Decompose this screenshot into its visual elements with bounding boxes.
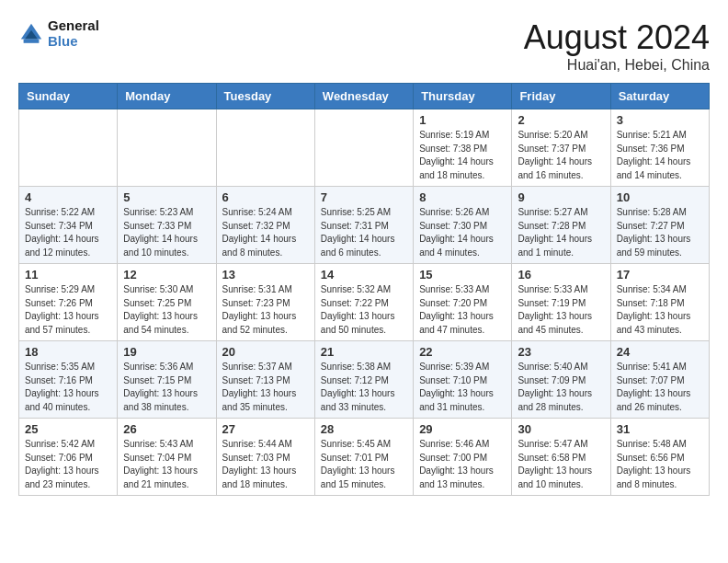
day-info: Sunrise: 5:19 AM Sunset: 7:38 PM Dayligh… (419, 129, 506, 182)
day-cell-4: 4Sunrise: 5:22 AM Sunset: 7:34 PM Daylig… (19, 187, 118, 264)
day-cell-6: 6Sunrise: 5:24 AM Sunset: 7:32 PM Daylig… (216, 187, 314, 264)
day-cell-1: 1Sunrise: 5:19 AM Sunset: 7:38 PM Daylig… (414, 109, 512, 187)
day-cell-25: 25Sunrise: 5:42 AM Sunset: 7:06 PM Dayli… (19, 419, 118, 496)
day-cell-8: 8Sunrise: 5:26 AM Sunset: 7:30 PM Daylig… (414, 187, 512, 264)
day-number: 10 (617, 190, 703, 204)
day-number: 7 (321, 190, 407, 204)
day-number: 6 (222, 190, 309, 204)
calendar-body: 1Sunrise: 5:19 AM Sunset: 7:38 PM Daylig… (19, 109, 710, 496)
day-cell-9: 9Sunrise: 5:27 AM Sunset: 7:28 PM Daylig… (512, 187, 610, 264)
day-cell-22: 22Sunrise: 5:39 AM Sunset: 7:10 PM Dayli… (414, 341, 512, 419)
day-info: Sunrise: 5:22 AM Sunset: 7:34 PM Dayligh… (25, 206, 111, 259)
day-info: Sunrise: 5:46 AM Sunset: 7:00 PM Dayligh… (419, 438, 506, 491)
day-number: 17 (617, 268, 703, 282)
day-info: Sunrise: 5:27 AM Sunset: 7:28 PM Dayligh… (518, 206, 604, 259)
day-number: 23 (518, 345, 604, 359)
day-number: 14 (321, 268, 407, 282)
day-cell-29: 29Sunrise: 5:46 AM Sunset: 7:00 PM Dayli… (414, 419, 512, 496)
day-number: 15 (419, 268, 506, 282)
day-number: 9 (518, 190, 604, 204)
calendar: SundayMondayTuesdayWednesdayThursdayFrid… (18, 83, 710, 496)
day-info: Sunrise: 5:40 AM Sunset: 7:09 PM Dayligh… (518, 361, 604, 414)
day-info: Sunrise: 5:43 AM Sunset: 7:04 PM Dayligh… (123, 438, 210, 491)
day-number: 31 (617, 422, 703, 436)
day-cell-15: 15Sunrise: 5:33 AM Sunset: 7:20 PM Dayli… (414, 264, 512, 341)
day-number: 30 (518, 422, 604, 436)
day-cell-12: 12Sunrise: 5:30 AM Sunset: 7:25 PM Dayli… (118, 264, 216, 341)
logo-line2: Blue (48, 34, 99, 50)
week-row-3: 11Sunrise: 5:29 AM Sunset: 7:26 PM Dayli… (19, 264, 710, 341)
day-number: 12 (123, 268, 210, 282)
empty-cell (19, 109, 118, 187)
day-cell-18: 18Sunrise: 5:35 AM Sunset: 7:16 PM Dayli… (19, 341, 118, 419)
day-cell-23: 23Sunrise: 5:40 AM Sunset: 7:09 PM Dayli… (512, 341, 610, 419)
days-header-row: SundayMondayTuesdayWednesdayThursdayFrid… (19, 84, 710, 109)
day-info: Sunrise: 5:36 AM Sunset: 7:15 PM Dayligh… (123, 361, 210, 414)
day-number: 8 (419, 190, 506, 204)
day-cell-14: 14Sunrise: 5:32 AM Sunset: 7:22 PM Dayli… (314, 264, 413, 341)
day-info: Sunrise: 5:47 AM Sunset: 6:58 PM Dayligh… (518, 438, 604, 491)
week-row-1: 1Sunrise: 5:19 AM Sunset: 7:38 PM Daylig… (19, 109, 710, 187)
day-cell-27: 27Sunrise: 5:44 AM Sunset: 7:03 PM Dayli… (216, 419, 314, 496)
day-number: 28 (321, 422, 407, 436)
day-number: 19 (123, 345, 210, 359)
svg-rect-2 (24, 39, 40, 42)
day-number: 29 (419, 422, 506, 436)
day-cell-13: 13Sunrise: 5:31 AM Sunset: 7:23 PM Dayli… (216, 264, 314, 341)
day-cell-28: 28Sunrise: 5:45 AM Sunset: 7:01 PM Dayli… (314, 419, 413, 496)
day-info: Sunrise: 5:33 AM Sunset: 7:20 PM Dayligh… (419, 283, 506, 337)
day-number: 21 (321, 345, 407, 359)
day-number: 27 (222, 422, 309, 436)
calendar-header: SundayMondayTuesdayWednesdayThursdayFrid… (19, 84, 710, 109)
location: Huai'an, Hebei, China (524, 57, 710, 74)
day-info: Sunrise: 5:29 AM Sunset: 7:26 PM Dayligh… (25, 283, 111, 337)
day-cell-31: 31Sunrise: 5:48 AM Sunset: 6:56 PM Dayli… (610, 419, 709, 496)
page-header: General Blue August 2024 Huai'an, Hebei,… (18, 18, 710, 74)
day-info: Sunrise: 5:45 AM Sunset: 7:01 PM Dayligh… (321, 438, 407, 491)
day-cell-30: 30Sunrise: 5:47 AM Sunset: 6:58 PM Dayli… (512, 419, 610, 496)
day-info: Sunrise: 5:26 AM Sunset: 7:30 PM Dayligh… (419, 206, 506, 259)
day-info: Sunrise: 5:25 AM Sunset: 7:31 PM Dayligh… (321, 206, 407, 259)
day-cell-5: 5Sunrise: 5:23 AM Sunset: 7:33 PM Daylig… (118, 187, 216, 264)
day-info: Sunrise: 5:38 AM Sunset: 7:12 PM Dayligh… (321, 361, 407, 414)
day-header-monday: Monday (118, 84, 216, 109)
day-info: Sunrise: 5:21 AM Sunset: 7:36 PM Dayligh… (617, 129, 703, 182)
day-number: 3 (617, 113, 703, 127)
day-header-wednesday: Wednesday (314, 84, 413, 109)
week-row-5: 25Sunrise: 5:42 AM Sunset: 7:06 PM Dayli… (19, 419, 710, 496)
day-header-tuesday: Tuesday (216, 84, 314, 109)
day-info: Sunrise: 5:32 AM Sunset: 7:22 PM Dayligh… (321, 283, 407, 337)
day-info: Sunrise: 5:48 AM Sunset: 6:56 PM Dayligh… (617, 438, 703, 491)
day-info: Sunrise: 5:31 AM Sunset: 7:23 PM Dayligh… (222, 283, 309, 337)
day-number: 4 (25, 190, 111, 204)
day-number: 11 (25, 268, 111, 282)
month-title: August 2024 (524, 18, 710, 57)
day-info: Sunrise: 5:23 AM Sunset: 7:33 PM Dayligh… (123, 206, 210, 259)
day-header-saturday: Saturday (610, 84, 709, 109)
title-area: August 2024 Huai'an, Hebei, China (524, 18, 710, 74)
logo-line1: General (48, 18, 99, 34)
day-header-sunday: Sunday (19, 84, 118, 109)
day-cell-19: 19Sunrise: 5:36 AM Sunset: 7:15 PM Dayli… (118, 341, 216, 419)
day-info: Sunrise: 5:33 AM Sunset: 7:19 PM Dayligh… (518, 283, 604, 337)
day-number: 22 (419, 345, 506, 359)
day-number: 13 (222, 268, 309, 282)
week-row-4: 18Sunrise: 5:35 AM Sunset: 7:16 PM Dayli… (19, 341, 710, 419)
day-info: Sunrise: 5:35 AM Sunset: 7:16 PM Dayligh… (25, 361, 111, 414)
day-cell-2: 2Sunrise: 5:20 AM Sunset: 7:37 PM Daylig… (512, 109, 610, 187)
day-info: Sunrise: 5:44 AM Sunset: 7:03 PM Dayligh… (222, 438, 309, 491)
day-info: Sunrise: 5:39 AM Sunset: 7:10 PM Dayligh… (419, 361, 506, 414)
day-cell-10: 10Sunrise: 5:28 AM Sunset: 7:27 PM Dayli… (610, 187, 709, 264)
day-header-friday: Friday (512, 84, 610, 109)
day-cell-17: 17Sunrise: 5:34 AM Sunset: 7:18 PM Dayli… (610, 264, 709, 341)
day-number: 24 (617, 345, 703, 359)
day-cell-26: 26Sunrise: 5:43 AM Sunset: 7:04 PM Dayli… (118, 419, 216, 496)
day-info: Sunrise: 5:20 AM Sunset: 7:37 PM Dayligh… (518, 129, 604, 182)
day-number: 18 (25, 345, 111, 359)
empty-cell (314, 109, 413, 187)
day-info: Sunrise: 5:30 AM Sunset: 7:25 PM Dayligh… (123, 283, 210, 337)
day-cell-16: 16Sunrise: 5:33 AM Sunset: 7:19 PM Dayli… (512, 264, 610, 341)
day-number: 25 (25, 422, 111, 436)
day-info: Sunrise: 5:24 AM Sunset: 7:32 PM Dayligh… (222, 206, 309, 259)
empty-cell (216, 109, 314, 187)
